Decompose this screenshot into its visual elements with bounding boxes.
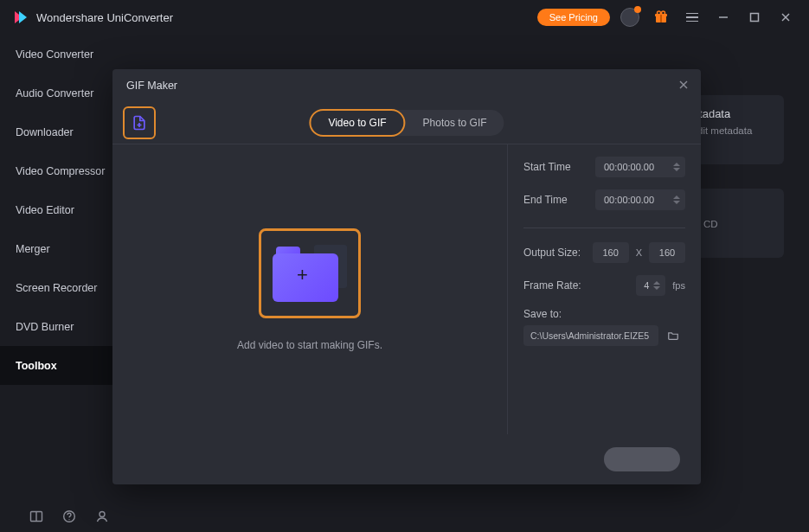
- gift-icon[interactable]: [650, 6, 672, 29]
- create-gif-button[interactable]: [604, 447, 680, 471]
- browse-folder-button[interactable]: [665, 328, 681, 343]
- sidebar-item-screen-recorder[interactable]: Screen Recorder: [0, 268, 121, 307]
- modal-title: GIF Maker: [126, 80, 177, 92]
- app-title: Wondershare UniConverter: [36, 11, 173, 24]
- end-time-field[interactable]: 00:00:00.00: [595, 189, 685, 210]
- frame-rate-field[interactable]: 4: [636, 275, 665, 296]
- modal-toolbar: Video to GIF Photos to GIF: [112, 102, 701, 144]
- svg-point-12: [68, 519, 69, 520]
- start-time-field[interactable]: 00:00:00.00: [595, 157, 685, 177]
- modal-footer: [112, 434, 701, 484]
- tutorial-icon[interactable]: [29, 510, 43, 526]
- end-time-value: 00:00:00.00: [604, 195, 654, 205]
- end-time-label: End Time: [523, 194, 568, 206]
- size-x-label: X: [636, 247, 642, 258]
- minimize-button[interactable]: [712, 6, 735, 29]
- output-size-label: Output Size:: [523, 247, 581, 259]
- sidebar-item-merger[interactable]: Merger: [0, 229, 121, 268]
- output-width-value: 160: [602, 247, 618, 258]
- sidebar-item-video-compressor[interactable]: Video Compressor: [0, 151, 121, 190]
- modal-body: + Add video to start making GIFs. Start …: [112, 144, 701, 434]
- frame-rate-value: 4: [644, 280, 649, 291]
- menu-button[interactable]: [681, 6, 703, 29]
- tab-video-to-gif[interactable]: Video to GIF: [309, 109, 405, 137]
- start-time-value: 00:00:00.00: [604, 162, 654, 172]
- app-logo-icon: [12, 9, 29, 26]
- output-height-field[interactable]: 160: [649, 242, 685, 263]
- output-width-field[interactable]: 160: [593, 242, 629, 263]
- folder-add-icon: +: [273, 245, 347, 302]
- save-path-field[interactable]: C:\Users\Administrator.EIZE5: [523, 325, 658, 346]
- save-path-value: C:\Users\Administrator.EIZE5: [530, 330, 649, 341]
- stepper-icon[interactable]: [671, 158, 682, 176]
- svg-rect-6: [751, 14, 759, 22]
- maximize-button[interactable]: [743, 6, 766, 29]
- svg-rect-2: [660, 14, 662, 22]
- account-icon[interactable]: [95, 510, 109, 526]
- stepper-icon[interactable]: [671, 191, 682, 208]
- frame-rate-label: Frame Rate:: [523, 279, 581, 292]
- svg-point-4: [662, 11, 665, 15]
- save-to-label: Save to:: [523, 308, 685, 320]
- fps-unit: fps: [672, 280, 685, 291]
- close-button[interactable]: [774, 6, 797, 29]
- gif-source-tabs: Video to GIF Photos to GIF: [309, 110, 504, 136]
- settings-pane: Start Time 00:00:00.00 End Time 00:00:00…: [507, 144, 701, 434]
- sidebar-item-toolbox[interactable]: Toolbox: [0, 346, 121, 385]
- gif-maker-modal: GIF Maker Video to GIF Photos to GIF + A…: [112, 69, 701, 484]
- sidebar: Video Converter Audio Converter Download…: [0, 35, 121, 502]
- sidebar-item-audio-converter[interactable]: Audio Converter: [0, 74, 121, 112]
- user-avatar[interactable]: [619, 6, 641, 29]
- titlebar: Wondershare UniConverter See Pricing: [0, 0, 809, 35]
- tab-photos-to-gif[interactable]: Photos to GIF: [406, 110, 504, 136]
- divider: [523, 228, 685, 228]
- start-time-label: Start Time: [523, 161, 571, 173]
- sidebar-item-downloader[interactable]: Downloader: [0, 112, 121, 151]
- drop-pane: + Add video to start making GIFs.: [112, 144, 507, 434]
- add-file-button[interactable]: [123, 106, 156, 139]
- svg-point-3: [658, 11, 661, 15]
- see-pricing-button[interactable]: See Pricing: [537, 9, 610, 26]
- add-video-drop-target[interactable]: +: [259, 228, 361, 318]
- stepper-icon[interactable]: [652, 277, 662, 294]
- output-height-value: 160: [659, 247, 675, 258]
- footer: [0, 503, 109, 532]
- sidebar-item-dvd-burner[interactable]: DVD Burner: [0, 307, 121, 346]
- drop-caption: Add video to start making GIFs.: [237, 339, 382, 351]
- help-icon[interactable]: [62, 510, 76, 526]
- sidebar-item-video-editor[interactable]: Video Editor: [0, 190, 121, 229]
- modal-close-button[interactable]: [678, 78, 689, 93]
- svg-point-13: [100, 511, 105, 516]
- sidebar-item-video-converter[interactable]: Video Converter: [0, 35, 121, 74]
- modal-header: GIF Maker: [112, 69, 701, 102]
